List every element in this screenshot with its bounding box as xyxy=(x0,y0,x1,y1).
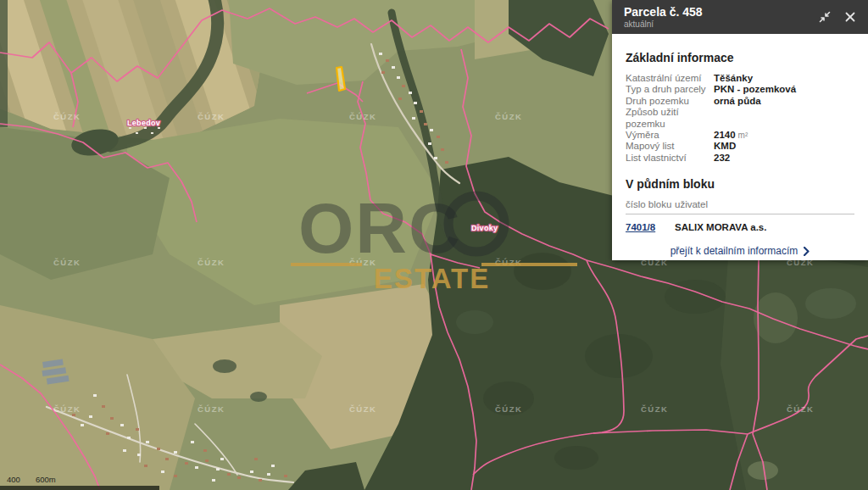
cuzk-tile-watermark: ČÚZK xyxy=(495,404,522,414)
info-row-druh-pozemku: Druh pozemku orná půda xyxy=(626,96,854,107)
cuzk-tile-watermark: ČÚZK xyxy=(198,258,225,267)
area-unit: m² xyxy=(738,130,748,141)
col-header-user: uživatel xyxy=(675,199,708,209)
panel-subtitle: aktuální xyxy=(624,19,805,29)
detail-info-link[interactable]: přejít k detailním informacím xyxy=(626,245,854,257)
cuzk-tile-watermark: ČÚZK xyxy=(53,112,81,121)
panel-body: Základní informace Katastrální území Těš… xyxy=(612,34,868,257)
cuzk-tile-watermark: ČÚZK xyxy=(198,404,225,414)
panel-title: Parcela č. 458 xyxy=(624,5,805,19)
cuzk-tile-watermark: ČÚZK xyxy=(198,112,225,121)
basic-info-heading: Základní informace xyxy=(626,51,854,64)
soil-block-heading: V půdním bloku xyxy=(626,177,854,191)
block-number-link[interactable]: 7401/8 xyxy=(626,222,675,232)
panel-titles: Parcela č. 458 aktuální xyxy=(624,5,805,29)
col-header-block-number: číslo bloku xyxy=(626,199,675,209)
cuzk-tile-watermark: ČÚZK xyxy=(349,112,376,121)
brand-watermark-word1: ORC xyxy=(298,188,462,268)
collapse-icon[interactable] xyxy=(819,11,831,23)
info-row-vymera: Výměra 2140 m² xyxy=(626,130,854,141)
cuzk-tile-watermark: ČÚZK xyxy=(53,404,81,414)
parcel-info-panel: Parcela č. 458 aktuální Základní informa… xyxy=(612,0,868,260)
block-user: SALIX MORAVA a.s. xyxy=(675,222,766,232)
chevron-right-icon xyxy=(804,247,810,256)
cuzk-tile-watermark: ČÚZK xyxy=(349,404,376,414)
info-row-typ-parcely: Typ a druh parcely PKN - pozemková xyxy=(626,84,854,95)
panel-header: Parcela č. 458 aktuální xyxy=(612,0,868,34)
cuzk-tile-watermark: ČÚZK xyxy=(53,258,81,267)
info-row-list-vlastnictvi: List vlastnictví 232 xyxy=(626,153,854,164)
soil-table-row: 7401/8 SALIX MORAVA a.s. xyxy=(626,222,854,232)
cadastral-map-app: ČÚZKČÚZKČÚZKČÚZKČÚZKČÚZKČÚZKČÚZKČÚZKČÚZK… xyxy=(0,0,868,490)
cuzk-tile-watermark: ČÚZK xyxy=(495,112,522,121)
brand-watermark-word2: ESTATE xyxy=(374,263,490,294)
info-row-mapovy-list: Mapový list KMD xyxy=(626,141,854,152)
close-icon[interactable] xyxy=(844,11,856,23)
cuzk-tile-watermark: ČÚZK xyxy=(641,404,668,414)
basic-info-list: Katastrální území Těšánky Typ a druh par… xyxy=(626,73,854,164)
map-label-lebedov: Lebedov xyxy=(127,119,160,127)
scale-mark-600m: 600m xyxy=(36,475,56,484)
scale-mark-400: 400 xyxy=(7,475,20,484)
info-row-zpusob-uziti: Způsob užití pozemku xyxy=(626,107,854,130)
cuzk-tile-watermark: ČÚZK xyxy=(787,404,814,414)
info-row-katastralni-uzemi: Katastrální území Těšánky xyxy=(626,73,854,84)
soil-table-header: číslo bloku uživatel xyxy=(626,199,854,214)
map-label-divoky: Divoky xyxy=(471,224,498,232)
